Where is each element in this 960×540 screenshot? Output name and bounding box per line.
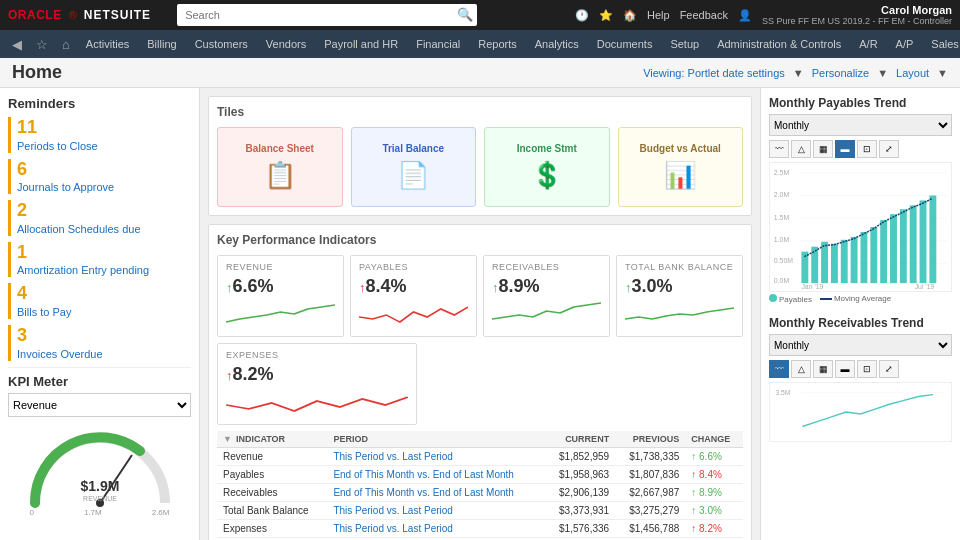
- tile-balance-sheet-icon: 📋: [264, 160, 296, 191]
- nav-payroll[interactable]: Payroll and HR: [316, 34, 406, 54]
- svg-text:2.5M: 2.5M: [774, 169, 790, 176]
- chart-export-btn[interactable]: ⊡: [857, 140, 877, 158]
- cell-current: $1,958,963: [545, 466, 615, 484]
- cell-previous: $1,738,335: [615, 448, 685, 466]
- nav-reports[interactable]: Reports: [470, 34, 525, 54]
- cell-period[interactable]: This Period vs. Last Period: [327, 448, 545, 466]
- nav-star-icon[interactable]: ☆: [30, 37, 54, 52]
- search-input[interactable]: [177, 4, 477, 26]
- receivables-chart-svg: 3.5M: [770, 383, 951, 441]
- reminder-link-bills[interactable]: Bills to Pay: [17, 306, 71, 318]
- nav-home-icon[interactable]: ⌂: [56, 37, 76, 52]
- col-period: PERIOD: [327, 431, 545, 448]
- home-icon[interactable]: 🏠: [623, 9, 637, 22]
- rcv-chart-table-btn[interactable]: ▦: [813, 360, 833, 378]
- reminder-link-journals[interactable]: Journals to Approve: [17, 181, 114, 193]
- cell-indicator: Revenue: [217, 448, 327, 466]
- cell-change: ↑ 3.0%: [685, 502, 743, 520]
- kpi-payables-value: ↑8.4%: [359, 276, 468, 297]
- top-right-controls: 🕐 ⭐ 🏠 Help Feedback 👤 Carol Morgan SS Pu…: [575, 4, 952, 26]
- receivables-arrow-icon: ↑: [492, 280, 499, 295]
- chart-bar-btn[interactable]: ▬: [835, 140, 855, 158]
- content-area: Reminders 11 Periods to Close 6 Journals…: [0, 88, 960, 540]
- kpi-expenses-value: ↑8.2%: [226, 364, 408, 385]
- nav-ap[interactable]: A/P: [888, 34, 922, 54]
- nav-ar[interactable]: A/R: [851, 34, 885, 54]
- reminder-link-allocation[interactable]: Allocation Schedules due: [17, 223, 141, 235]
- reminder-link-invoices[interactable]: Invoices Overdue: [17, 348, 103, 360]
- cell-period[interactable]: End of This Month vs. End of Last Month: [327, 466, 545, 484]
- receivables-trend-select[interactable]: Monthly Weekly Daily: [769, 334, 952, 356]
- kpi-payables-label: PAYABLES: [359, 262, 468, 272]
- tile-balance-sheet[interactable]: Balance Sheet 📋: [217, 127, 343, 207]
- left-panel: Reminders 11 Periods to Close 6 Journals…: [0, 88, 200, 540]
- personalize-btn[interactable]: Personalize: [812, 67, 869, 79]
- cell-change: ↑ 8.9%: [685, 484, 743, 502]
- nav-admin[interactable]: Administration & Controls: [709, 34, 849, 54]
- user-avatar: 👤: [738, 9, 752, 22]
- cell-current: $1,576,336: [545, 520, 615, 538]
- star-icon[interactable]: ⭐: [599, 9, 613, 22]
- nav-billing[interactable]: Billing: [139, 34, 184, 54]
- cell-period[interactable]: This Period vs. Last Period: [327, 502, 545, 520]
- payables-trend-section: Monthly Payables Trend Monthly Weekly Da…: [769, 96, 952, 304]
- nav-sales-audit[interactable]: Sales Audit: [923, 34, 960, 54]
- tile-budget-vs-actual-icon: 📊: [664, 160, 696, 191]
- gauge-mid: 1.7M: [84, 508, 102, 517]
- reminder-count-amortization: 1: [17, 242, 191, 264]
- help-link[interactable]: Help: [647, 9, 670, 21]
- tile-budget-vs-actual[interactable]: Budget vs Actual 📊: [618, 127, 744, 207]
- chart-line-btn[interactable]: 〰: [769, 140, 789, 158]
- tile-budget-vs-actual-title: Budget vs Actual: [640, 143, 721, 154]
- cell-period[interactable]: This Period vs. Last Period: [327, 520, 545, 538]
- page-title: Home: [12, 62, 62, 83]
- nav-setup[interactable]: Setup: [662, 34, 707, 54]
- gauge-low: 0: [30, 508, 34, 517]
- cell-period[interactable]: End of This Month vs. End of Last Month: [327, 484, 545, 502]
- nav-vendors[interactable]: Vendors: [258, 34, 314, 54]
- payables-trend-title: Monthly Payables Trend: [769, 96, 952, 110]
- table-row: Receivables End of This Month vs. End of…: [217, 484, 743, 502]
- layout-btn[interactable]: Layout: [896, 67, 929, 79]
- rcv-chart-area-btn[interactable]: △: [791, 360, 811, 378]
- kpi-cards-row2: EXPENSES ↑8.2%: [217, 343, 743, 425]
- tile-income-stmt[interactable]: Income Stmt 💲: [484, 127, 610, 207]
- tile-income-stmt-title: Income Stmt: [517, 143, 577, 154]
- svg-rect-21: [861, 232, 868, 283]
- search-button[interactable]: 🔍: [457, 7, 473, 22]
- nav-activities[interactable]: Activities: [78, 34, 137, 54]
- tile-trial-balance[interactable]: Trial Balance 📄: [351, 127, 477, 207]
- svg-rect-20: [851, 237, 858, 283]
- nav-financial[interactable]: Financial: [408, 34, 468, 54]
- nav-back-icon[interactable]: ◀: [6, 37, 28, 52]
- reminder-link-periods[interactable]: Periods to Close: [17, 140, 98, 152]
- kpi-section-title: Key Performance Indicators: [217, 233, 743, 247]
- kpi-expenses-label: EXPENSES: [226, 350, 408, 360]
- tile-balance-sheet-title: Balance Sheet: [246, 143, 314, 154]
- chart-table-btn[interactable]: ▦: [813, 140, 833, 158]
- feedback-link[interactable]: Feedback: [680, 9, 728, 21]
- nav-analytics[interactable]: Analytics: [527, 34, 587, 54]
- reminder-bills: 4 Bills to Pay: [8, 283, 191, 319]
- chart-fullscreen-btn[interactable]: ⤢: [879, 140, 899, 158]
- svg-text:0.0M: 0.0M: [774, 277, 790, 284]
- svg-rect-28: [929, 195, 936, 283]
- svg-rect-18: [831, 244, 838, 283]
- chart-area-btn[interactable]: △: [791, 140, 811, 158]
- payables-trend-select[interactable]: Monthly Weekly Daily: [769, 114, 952, 136]
- nav-documents[interactable]: Documents: [589, 34, 661, 54]
- clock-icon[interactable]: 🕐: [575, 9, 589, 22]
- rcv-chart-export-btn[interactable]: ⊡: [857, 360, 877, 378]
- viewing-portlet-btn[interactable]: Viewing: Portlet date settings: [643, 67, 785, 79]
- receivables-sparkline: [492, 297, 601, 327]
- rcv-chart-fullscreen-btn[interactable]: ⤢: [879, 360, 899, 378]
- rcv-chart-line-btn[interactable]: 〰: [769, 360, 789, 378]
- receivables-trend-section: Monthly Receivables Trend Monthly Weekly…: [769, 316, 952, 442]
- reminder-link-amortization[interactable]: Amortization Entry pending: [17, 264, 149, 276]
- nav-customers[interactable]: Customers: [187, 34, 256, 54]
- svg-text:Jan '19: Jan '19: [801, 283, 823, 290]
- rcv-chart-bar-btn[interactable]: ▬: [835, 360, 855, 378]
- reminder-allocation: 2 Allocation Schedules due: [8, 200, 191, 236]
- svg-text:REVENUE: REVENUE: [83, 495, 117, 502]
- kpi-meter-select[interactable]: Revenue Payables Receivables Expenses: [8, 393, 191, 417]
